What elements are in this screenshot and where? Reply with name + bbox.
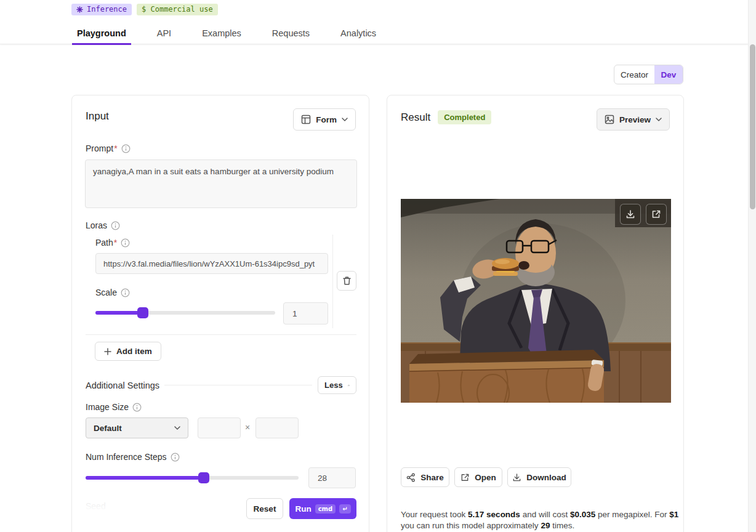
return-key-badge: ↵ <box>339 504 350 514</box>
input-panel: Input Form Prompt* yanagiya,A man in a s… <box>71 95 369 532</box>
stat-duration: 5.17 seconds <box>468 510 520 519</box>
scrollbar-thumb[interactable] <box>750 44 755 209</box>
reset-label: Reset <box>254 504 276 514</box>
less-label: Less <box>324 381 343 390</box>
commercial-use-label: $ Commercial use <box>142 5 213 14</box>
lora-scale-slider-thumb[interactable] <box>137 307 148 318</box>
download-button[interactable]: Download <box>507 467 571 487</box>
toggle-dev[interactable]: Dev <box>654 65 683 84</box>
share-label: Share <box>420 473 444 482</box>
chevron-down-icon <box>656 118 662 121</box>
inference-icon <box>76 6 83 13</box>
lora-path-input[interactable] <box>95 253 328 274</box>
stat-unit: $1 <box>669 510 678 519</box>
additional-settings-rule <box>164 385 312 385</box>
num-inference-steps-slider-thumb[interactable] <box>198 472 209 483</box>
tab-playground[interactable]: Playground <box>72 25 131 44</box>
inference-badge-label: Inference <box>87 5 127 14</box>
status-badge: Completed <box>438 110 491 124</box>
commercial-use-badge: $ Commercial use <box>137 4 218 15</box>
preview-button-label: Preview <box>619 115 651 124</box>
lora-item: Path* Scale <box>95 235 333 328</box>
form-view-button[interactable]: Form <box>293 108 356 131</box>
share-icon <box>406 473 416 482</box>
image-width-input[interactable] <box>198 417 241 438</box>
share-button[interactable]: Share <box>401 467 449 487</box>
preview-mode-button[interactable]: Preview <box>597 108 670 131</box>
download-label: Download <box>526 473 566 482</box>
multiply-sign: × <box>245 422 250 432</box>
input-panel-title: Input <box>86 110 109 123</box>
add-lora-item-button[interactable]: Add item <box>95 342 161 361</box>
lora-path-label: Path* <box>95 238 130 248</box>
request-stats: Your request took 5.17 seconds and will … <box>401 509 679 531</box>
result-panel-title: Result <box>401 111 430 124</box>
image-size-select[interactable]: Default <box>86 417 188 438</box>
generated-photo <box>401 199 671 403</box>
num-inference-steps-slider[interactable] <box>86 476 299 480</box>
reset-button[interactable]: Reset <box>246 498 283 519</box>
info-icon[interactable] <box>132 403 142 412</box>
image-size-selected: Default <box>94 424 122 433</box>
info-icon[interactable] <box>121 144 131 153</box>
info-icon[interactable] <box>121 288 130 297</box>
open-button[interactable]: Open <box>454 467 502 487</box>
image-download-button[interactable] <box>620 204 641 225</box>
lora-scale-slider[interactable] <box>95 311 275 315</box>
image-size-label: Image Size <box>86 402 142 412</box>
run-button[interactable]: Run cmd ↵ <box>289 498 356 519</box>
cmd-key-badge: cmd <box>315 504 336 514</box>
form-layout-icon <box>301 115 311 124</box>
open-label: Open <box>475 473 496 482</box>
lora-scale-value-input[interactable] <box>283 302 328 324</box>
form-button-label: Form <box>316 115 337 124</box>
tab-requests[interactable]: Requests <box>267 25 315 44</box>
info-icon[interactable] <box>171 453 180 462</box>
delete-lora-button[interactable] <box>337 271 356 291</box>
chevron-down-icon <box>342 118 348 121</box>
result-panel: Result Completed Preview <box>387 95 684 532</box>
run-label: Run <box>295 504 311 514</box>
tab-api[interactable]: API <box>152 25 176 44</box>
prompt-label: Prompt* <box>86 143 131 153</box>
inference-badge: Inference <box>71 4 132 15</box>
image-icon <box>605 115 614 124</box>
chevron-up-icon <box>348 384 350 387</box>
page-header: Inference $ Commercial use Playground AP… <box>0 0 748 44</box>
download-icon <box>625 209 635 219</box>
num-inference-steps-label: Num Inference Steps <box>86 452 180 462</box>
creator-dev-toggle: Creator Dev <box>614 65 683 84</box>
stat-run-count: 29 <box>541 521 550 530</box>
external-link-icon <box>460 473 470 482</box>
trash-icon <box>342 276 352 286</box>
tab-examples[interactable]: Examples <box>197 25 246 44</box>
page-scrollbar[interactable] <box>748 0 756 532</box>
chevron-down-icon <box>174 426 180 430</box>
result-image[interactable] <box>401 199 671 403</box>
top-nav-tabs: Playground API Examples Requests Analyti… <box>72 25 402 44</box>
image-open-external-button[interactable] <box>646 204 667 225</box>
info-icon[interactable] <box>111 221 120 230</box>
model-badges: Inference $ Commercial use <box>71 4 218 15</box>
lora-scale-label: Scale <box>95 288 130 297</box>
prompt-textarea[interactable]: yanagiya,A man in a suit eats a hamburge… <box>85 159 357 208</box>
less-toggle-button[interactable]: Less <box>318 376 356 394</box>
section-divider <box>86 334 356 335</box>
loras-label: Loras <box>86 220 120 230</box>
image-height-input[interactable] <box>255 417 299 438</box>
download-icon <box>512 473 521 482</box>
additional-settings-label: Additional Settings <box>86 381 159 390</box>
plus-icon <box>104 348 111 355</box>
stat-cost: $0.035 <box>570 510 595 519</box>
tab-analytics[interactable]: Analytics <box>336 25 381 44</box>
toggle-creator[interactable]: Creator <box>614 65 654 84</box>
external-link-icon <box>651 209 661 219</box>
info-icon[interactable] <box>121 238 130 248</box>
add-item-label: Add item <box>116 347 152 356</box>
num-inference-steps-input[interactable] <box>308 467 356 488</box>
